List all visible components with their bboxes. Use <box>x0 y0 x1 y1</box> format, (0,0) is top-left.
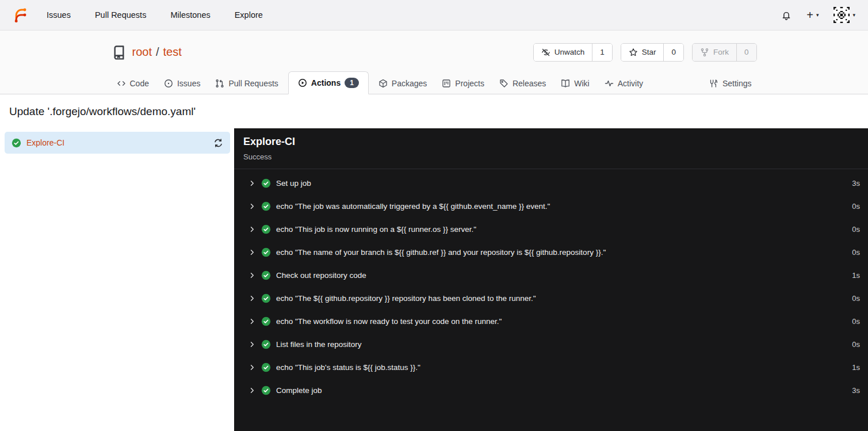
check-circle-icon <box>261 247 271 257</box>
tab-pull-requests[interactable]: Pull Requests <box>210 73 283 94</box>
step-duration: 0s <box>852 317 860 326</box>
run-panel-title: Explore-CI <box>243 136 858 148</box>
chevron-down-icon: ▾ <box>852 13 855 18</box>
step-row[interactable]: echo "The workflow is now ready to test … <box>234 310 868 333</box>
tab-packages[interactable]: Packages <box>373 73 432 94</box>
avatar <box>833 7 850 23</box>
step-duration: 1s <box>852 271 860 280</box>
step-row[interactable]: echo "This job's status is ${{ job.statu… <box>234 356 868 379</box>
step-label: echo "This job's status is ${{ job.statu… <box>276 363 420 372</box>
step-row[interactable]: echo "This job is now running on a ${{ r… <box>234 218 868 241</box>
watch-count[interactable]: 1 <box>592 44 612 61</box>
star-button[interactable]: Star <box>621 44 664 61</box>
step-label: echo "The name of your branch is ${{ git… <box>276 248 606 257</box>
repo-breadcrumb: root / test <box>132 45 182 59</box>
forgejo-logo-icon <box>13 7 28 23</box>
step-list: Set up job 3s echo "The job was automati… <box>234 169 868 402</box>
project-board-icon <box>442 79 451 88</box>
tag-icon <box>499 79 508 88</box>
chevron-right-icon <box>248 387 256 394</box>
code-icon <box>117 79 126 88</box>
pulse-icon <box>605 79 614 88</box>
tab-actions[interactable]: Actions 1 <box>288 71 369 94</box>
step-row[interactable]: Set up job 3s <box>234 171 868 194</box>
play-circle-icon <box>298 78 307 87</box>
step-duration: 1s <box>852 363 860 372</box>
chevron-down-icon: ▾ <box>816 13 819 18</box>
check-circle-icon <box>261 363 271 372</box>
tab-wiki[interactable]: Wiki <box>556 73 594 94</box>
bell-icon <box>781 10 791 20</box>
repo-name-link[interactable]: test <box>163 45 182 59</box>
check-circle-icon <box>261 201 271 211</box>
issue-icon <box>164 79 173 88</box>
chevron-right-icon <box>248 364 256 371</box>
step-row[interactable]: echo "The name of your branch is ${{ git… <box>234 241 868 264</box>
fork-button-group: Fork 0 <box>692 43 757 62</box>
job-sidebar: Explore-CI <box>0 128 234 431</box>
tab-issues[interactable]: Issues <box>159 73 205 94</box>
repo-owner-link[interactable]: root <box>132 45 152 59</box>
step-row[interactable]: echo "The ${{ github.repository }} repos… <box>234 287 868 310</box>
notifications-button[interactable] <box>781 10 791 20</box>
step-row[interactable]: echo "The job was automatically triggere… <box>234 194 868 218</box>
unwatch-button[interactable]: Unwatch <box>534 44 592 61</box>
repo-separator: / <box>156 45 159 59</box>
repo-tab-bar: Code Issues Pull Request <box>112 69 757 94</box>
run-panel-header: Explore-CI Success <box>234 128 868 169</box>
chevron-right-icon <box>248 295 256 302</box>
tools-icon <box>709 79 718 88</box>
repository-icon <box>112 45 127 60</box>
run-status-text: Success <box>243 152 858 161</box>
nav-link-explore[interactable]: Explore <box>235 10 263 20</box>
step-label: Set up job <box>276 179 311 188</box>
run-body: Explore-CI Explore-CI Success <box>0 128 868 431</box>
repo-action-buttons: Unwatch 1 Star 0 <box>533 43 757 62</box>
check-circle-icon <box>261 386 271 395</box>
step-label: Check out repository code <box>276 271 366 280</box>
watch-button-group: Unwatch 1 <box>533 43 613 62</box>
step-row[interactable]: List files in the repository 0s <box>234 333 868 356</box>
book-icon <box>561 79 570 88</box>
nav-link-issues[interactable]: Issues <box>47 10 71 20</box>
chevron-right-icon <box>248 203 256 210</box>
chevron-right-icon <box>248 272 256 279</box>
chevron-right-icon <box>248 318 256 325</box>
create-new-button[interactable]: + ▾ <box>806 9 819 21</box>
tab-projects[interactable]: Projects <box>437 73 490 94</box>
chevron-right-icon <box>248 226 256 233</box>
fork-button: Fork <box>693 44 736 61</box>
repo-header: root / test Unwatch <box>0 30 868 94</box>
chevron-right-icon <box>248 180 256 187</box>
tab-releases[interactable]: Releases <box>494 73 551 94</box>
star-count[interactable]: 0 <box>663 44 683 61</box>
job-item-label: Explore-CI <box>26 138 64 147</box>
step-row[interactable]: Check out repository code 1s <box>234 264 868 287</box>
star-button-group: Star 0 <box>621 43 684 62</box>
rerun-icon[interactable] <box>213 138 223 148</box>
chevron-right-icon <box>248 249 256 256</box>
user-menu-button[interactable]: ▾ <box>833 7 855 23</box>
nav-link-milestones[interactable]: Milestones <box>170 10 210 20</box>
eye-slash-icon <box>541 48 550 57</box>
check-circle-icon <box>261 316 271 326</box>
tab-settings[interactable]: Settings <box>704 73 757 94</box>
job-item-explore-ci[interactable]: Explore-CI <box>5 132 230 154</box>
actions-count-badge: 1 <box>345 78 359 88</box>
chevron-right-icon <box>248 341 256 348</box>
pull-request-icon <box>215 79 224 88</box>
top-navbar: Issues Pull Requests Milestones Explore … <box>0 0 868 30</box>
navbar-links: Issues Pull Requests Milestones Explore <box>47 10 263 20</box>
navbar-right: + ▾ ▾ <box>781 7 855 23</box>
check-circle-icon <box>261 270 271 280</box>
tab-code[interactable]: Code <box>112 73 154 94</box>
step-duration: 0s <box>852 340 860 349</box>
forgejo-logo[interactable] <box>13 7 28 23</box>
step-label: echo "This job is now running on a ${{ r… <box>276 225 476 234</box>
workflow-run-title: Update '.forgejo/workflows/demo.yaml' <box>0 94 868 128</box>
plus-icon: + <box>806 9 813 21</box>
step-row[interactable]: Complete job 3s <box>234 379 868 402</box>
fork-icon <box>700 48 709 57</box>
nav-link-pull-requests[interactable]: Pull Requests <box>95 10 146 20</box>
tab-activity[interactable]: Activity <box>599 73 648 94</box>
